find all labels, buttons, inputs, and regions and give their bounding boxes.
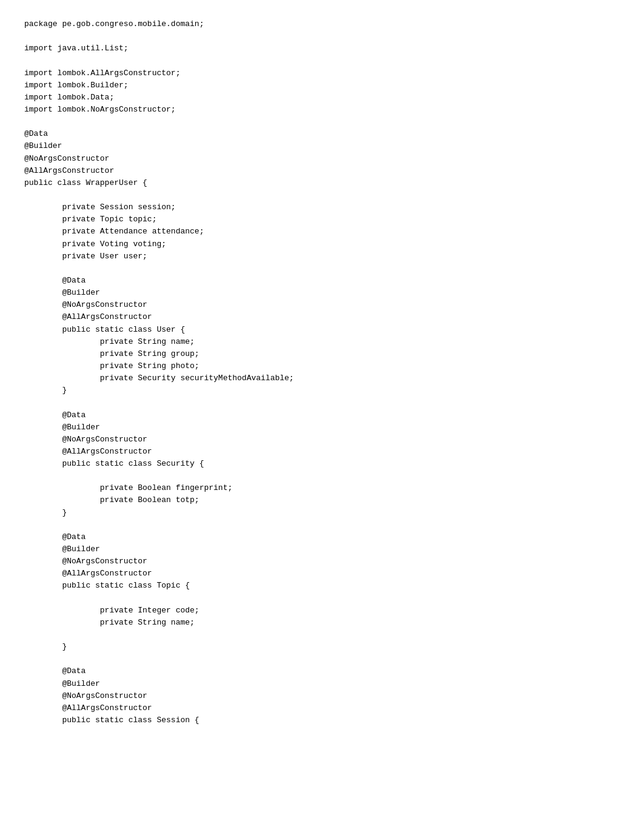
code-line: private Topic topic;: [24, 213, 620, 226]
code-line: [24, 55, 620, 67]
code-line: @Data: [24, 665, 620, 677]
code-line: [24, 470, 620, 482]
code-line: @Builder: [24, 421, 620, 434]
code-line: private Voting voting;: [24, 238, 620, 250]
code-line: @Builder: [24, 140, 620, 152]
code-line: @Builder: [24, 543, 620, 555]
code-line: public class WrapperUser {: [24, 177, 620, 189]
code-line: public static class Security {: [24, 458, 620, 470]
code-line: @Data: [24, 128, 620, 140]
code-line: }: [24, 384, 620, 397]
code-line: private String name;: [24, 336, 620, 348]
code-line: @AllArgsConstructor: [24, 165, 620, 177]
code-line: @NoArgsConstructor: [24, 690, 620, 702]
code-line: private Boolean totp;: [24, 494, 620, 506]
code-line: private User user;: [24, 250, 620, 263]
code-line: import java.util.List;: [24, 42, 620, 55]
code-line: @NoArgsConstructor: [24, 153, 620, 165]
code-line: @AllArgsConstructor: [24, 568, 620, 580]
code-line: [24, 116, 620, 128]
code-line: @AllArgsConstructor: [24, 702, 620, 714]
code-line: }: [24, 641, 620, 653]
code-line: [24, 397, 620, 409]
code-line: @NoArgsConstructor: [24, 555, 620, 568]
code-line: }: [24, 507, 620, 519]
code-line: @Builder: [24, 287, 620, 299]
code-line: [24, 189, 620, 201]
code-line: import lombok.AllArgsConstructor;: [24, 67, 620, 79]
code-line: @NoArgsConstructor: [24, 299, 620, 311]
code-line: @Data: [24, 409, 620, 421]
code-line: [24, 263, 620, 275]
code-line: import lombok.NoArgsConstructor;: [24, 104, 620, 116]
code-line: @Builder: [24, 678, 620, 690]
code-line: [24, 592, 620, 605]
code-line: public static class Session {: [24, 714, 620, 726]
code-viewer: package pe.gob.congreso.mobile.domain; i…: [24, 18, 620, 726]
code-line: import lombok.Data;: [24, 92, 620, 104]
code-line: @Data: [24, 275, 620, 287]
code-line: public static class Topic {: [24, 580, 620, 592]
code-line: private Session session;: [24, 201, 620, 213]
code-line: import lombok.Builder;: [24, 79, 620, 92]
code-line: package pe.gob.congreso.mobile.domain;: [24, 18, 620, 30]
code-line: public static class User {: [24, 324, 620, 336]
code-line: [24, 519, 620, 531]
code-line: private String group;: [24, 348, 620, 360]
code-line: @Data: [24, 531, 620, 543]
code-line: private Boolean fingerprint;: [24, 482, 620, 494]
code-line: private Integer code;: [24, 605, 620, 617]
code-line: [24, 30, 620, 42]
code-line: @NoArgsConstructor: [24, 434, 620, 446]
code-line: private String name;: [24, 617, 620, 629]
code-line: private Attendance attendance;: [24, 226, 620, 238]
code-line: @AllArgsConstructor: [24, 446, 620, 458]
code-line: [24, 629, 620, 641]
code-line: @AllArgsConstructor: [24, 311, 620, 323]
code-line: private String photo;: [24, 360, 620, 372]
code-line: private Security securityMethodAvailable…: [24, 372, 620, 384]
code-line: [24, 653, 620, 665]
